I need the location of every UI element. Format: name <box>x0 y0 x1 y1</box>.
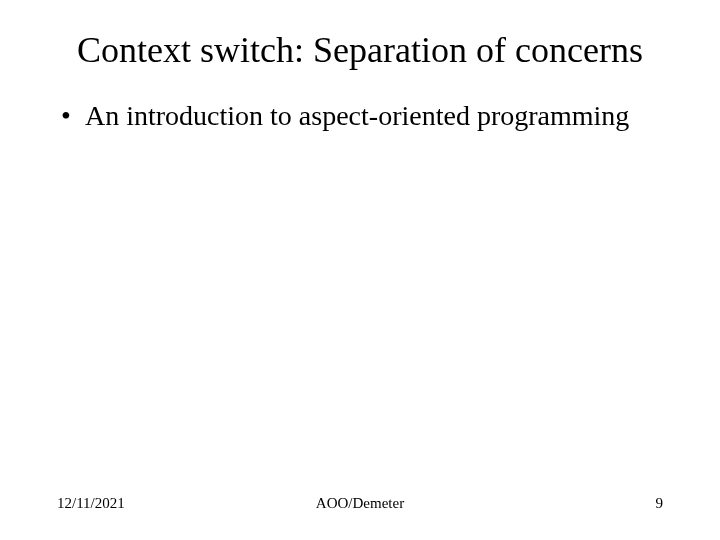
bullet-item: An introduction to aspect-oriented progr… <box>59 99 665 133</box>
footer-date: 12/11/2021 <box>57 495 259 512</box>
footer-page-number: 9 <box>461 495 663 512</box>
slide-footer: 12/11/2021 AOO/Demeter 9 <box>55 495 665 520</box>
slide-container: Context switch: Separation of concerns A… <box>0 0 720 540</box>
bullet-list: An introduction to aspect-oriented progr… <box>55 99 665 133</box>
slide-title: Context switch: Separation of concerns <box>55 30 665 71</box>
slide-content: An introduction to aspect-oriented progr… <box>55 99 665 495</box>
footer-center: AOO/Demeter <box>259 495 461 512</box>
